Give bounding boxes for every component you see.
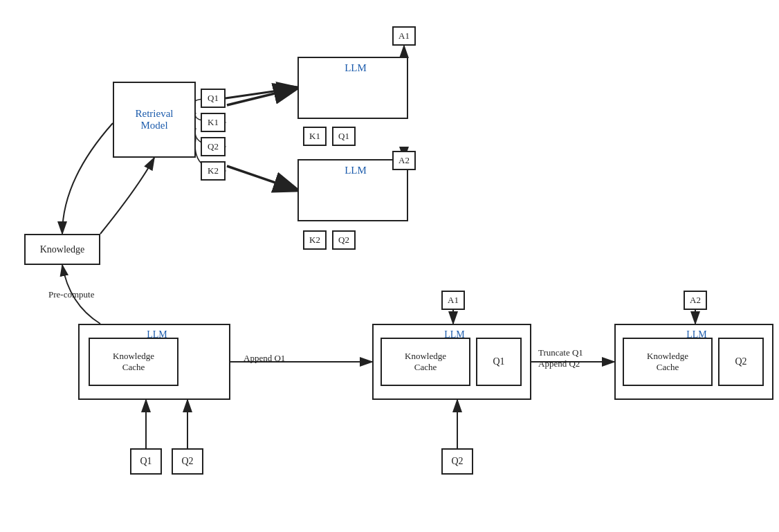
q1-retrieval-box: Q1 <box>201 89 226 108</box>
a1-cache-box: A1 <box>441 291 465 310</box>
a2-cache-box: A2 <box>684 291 707 310</box>
llm-top-box: LLM <box>297 57 408 119</box>
k1-llm-top-box: K1 <box>303 127 327 146</box>
k2-retrieval-box: K2 <box>201 161 226 181</box>
knowledge-cache1-box: KnowledgeCache <box>89 338 178 386</box>
knowledge-cache2-box: KnowledgeCache <box>381 338 470 386</box>
q1-cache2-box: Q1 <box>476 338 522 386</box>
a1-top-box: A1 <box>392 26 416 46</box>
q2-retrieval-box: Q2 <box>201 137 226 156</box>
pre-compute-label: Pre-compute <box>48 289 94 300</box>
append-q1-label: Append Q1 <box>244 353 285 364</box>
q2-llm-bot-box: Q2 <box>332 230 356 250</box>
knowledge-box: Knowledge <box>24 234 100 265</box>
q2-input2-box: Q2 <box>441 448 473 475</box>
retrieval-model-box: RetrievalModel <box>113 82 196 158</box>
llm-bottom-box: LLM <box>297 159 408 221</box>
k2-llm-bot-box: K2 <box>303 230 327 250</box>
k1-retrieval-box: K1 <box>201 113 226 132</box>
knowledge-cache3-box: KnowledgeCache <box>623 338 713 386</box>
q1-input1-box: Q1 <box>130 448 162 475</box>
diagram: RetrievalModel Knowledge Q1 K1 Q2 K2 LLM… <box>0 0 779 532</box>
q2-input1-box: Q2 <box>172 448 203 475</box>
a2-mid-box: A2 <box>392 151 416 170</box>
q2-cache3-box: Q2 <box>718 338 764 386</box>
q1-llm-top-box: Q1 <box>332 127 356 146</box>
truncate-append-label: Truncate Q1Append Q2 <box>538 347 583 369</box>
